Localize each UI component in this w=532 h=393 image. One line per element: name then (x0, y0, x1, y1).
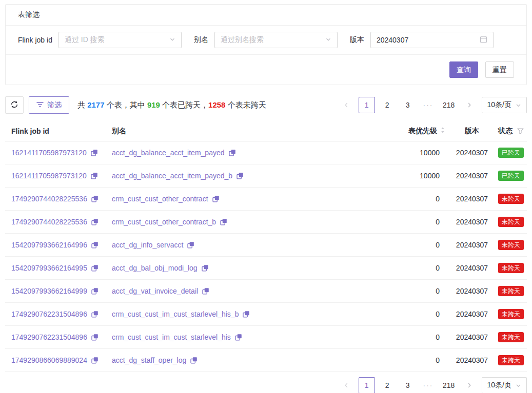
alias-select[interactable]: 通过别名搜索 (214, 32, 338, 48)
version-date-input[interactable]: 20240307 (370, 32, 494, 48)
priority-value: 0 (362, 218, 449, 226)
next-page-button[interactable] (461, 377, 478, 393)
alias-link[interactable]: crm_cust_cust_other_contract (112, 195, 208, 203)
status-badge: 已跨天 (498, 171, 524, 181)
flink-job-id-link[interactable]: 1749290744028225536 (11, 195, 87, 203)
footer: 123···21810条/页 (5, 377, 527, 393)
table-row: 1542097993662164995 acct_dg_bal_obj_modi… (5, 257, 527, 280)
filter-card-actions: 查询 重置 (6, 54, 526, 85)
funnel-icon[interactable] (517, 128, 524, 134)
alias-label: 别名 (194, 35, 208, 45)
priority-value: 0 (362, 356, 449, 364)
version-value: 20240307 (449, 241, 495, 249)
table-row: 1621411705987973120 acct_dg_balance_acct… (5, 141, 527, 164)
flink-job-id-link[interactable]: 1749290762231504896 (11, 310, 87, 318)
page-button-218[interactable]: 218 (441, 97, 457, 113)
alias-link[interactable]: crm_cust_cust_im_cust_starlevel_his_b (112, 310, 239, 318)
flink-job-id-link[interactable]: 1749290762231504896 (11, 333, 87, 341)
flink-job-id-link[interactable]: 1542097993662164999 (11, 287, 87, 295)
page-button-3[interactable]: 3 (400, 377, 416, 393)
copy-icon[interactable] (237, 172, 244, 179)
page-button-2[interactable]: 2 (379, 97, 396, 113)
alias-link[interactable]: crm_cust_cust_other_contract_b (112, 218, 216, 226)
alias-link[interactable]: acct_dg_info_servacct (112, 241, 183, 249)
copy-icon[interactable] (187, 241, 194, 249)
sorter-icon[interactable] (440, 127, 445, 135)
status-badge: 未跨天 (498, 332, 524, 342)
status-badge: 未跨天 (498, 355, 524, 365)
page-button-3[interactable]: 3 (400, 97, 416, 113)
flink-job-id-select[interactable]: 通过 ID 搜索 (58, 32, 182, 48)
priority-value: 10000 (362, 149, 449, 157)
table-summary: 共 2177 个表，其中 919 个表已跨天，1258 个表未跨天 (77, 100, 266, 110)
copy-icon[interactable] (91, 172, 98, 179)
copy-icon[interactable] (91, 195, 98, 202)
copy-icon[interactable] (220, 218, 227, 225)
alias-link[interactable]: acct_dg_bal_obj_modi_log (112, 264, 198, 272)
table-row: 1749290866069889024 acct_dg_staff_oper_l… (5, 349, 527, 372)
filter-toggle-button[interactable]: 筛选 (29, 96, 69, 114)
prev-page-button[interactable] (338, 377, 354, 393)
status-badge: 未跨天 (498, 194, 524, 204)
copy-icon[interactable] (91, 357, 98, 364)
summary-suffix: 个表未跨天 (225, 100, 266, 109)
page-button-1[interactable]: 1 (359, 97, 375, 113)
status-badge: 未跨天 (498, 217, 524, 227)
query-button[interactable]: 查询 (449, 61, 478, 78)
alias-link[interactable]: acct_dg_balance_acct_item_payed_b (112, 172, 232, 180)
table: Flink job id 别名 表优先级 版本 状态 1621411705987… (5, 121, 527, 372)
alias-link[interactable]: acct_dg_staff_oper_log (112, 356, 186, 364)
table-row: 1749290762231504896 crm_cust_cust_im_cus… (5, 326, 527, 349)
copy-icon[interactable] (212, 195, 220, 202)
total-count: 2177 (87, 100, 104, 109)
prev-page-button[interactable] (338, 97, 354, 113)
priority-header-label: 表优先级 (408, 127, 437, 136)
copy-icon[interactable] (235, 334, 242, 341)
flink-job-id-link[interactable]: 1749290866069889024 (11, 356, 87, 364)
alias-link[interactable]: crm_cust_cust_im_cust_starlevel_his (112, 333, 231, 341)
flink-job-id-link[interactable]: 1621411705987973120 (11, 149, 87, 157)
alias-link[interactable]: acct_dg_balance_acct_item_payed (112, 149, 225, 157)
summary-mid1: 个表，其中 (105, 100, 147, 109)
page-button-2[interactable]: 2 (379, 377, 396, 393)
page-size-select[interactable]: 10条/页 (482, 97, 527, 113)
filter-row: Flink job id 通过 ID 搜索 别名 通过别名搜索 版本 20240… (6, 26, 526, 54)
page-size-select[interactable]: 10条/页 (482, 377, 527, 393)
page-button-218[interactable]: 218 (441, 377, 457, 393)
crossed-count: 919 (147, 100, 160, 109)
alias-placeholder: 通过别名搜索 (221, 35, 325, 45)
copy-icon[interactable] (202, 287, 209, 295)
table-row: 1749290762231504896 crm_cust_cust_im_cus… (5, 303, 527, 326)
copy-icon[interactable] (190, 357, 198, 364)
status-badge: 已跨天 (498, 148, 524, 158)
table-row: 1621411705987973120 acct_dg_balance_acct… (5, 164, 527, 188)
filter-toggle-label: 筛选 (47, 100, 62, 110)
copy-icon[interactable] (229, 149, 236, 156)
flink-job-id-link[interactable]: 1542097993662164995 (11, 264, 87, 272)
copy-icon[interactable] (91, 264, 98, 272)
copy-icon[interactable] (91, 218, 98, 225)
copy-icon[interactable] (91, 241, 98, 249)
version-date-value: 20240307 (377, 36, 480, 44)
copy-icon[interactable] (202, 264, 209, 272)
refresh-icon (10, 100, 18, 110)
alias-link[interactable]: acct_dg_vat_invoice_detail (112, 287, 198, 295)
copy-icon[interactable] (243, 311, 250, 318)
copy-icon[interactable] (91, 149, 98, 156)
page-size-value: 10条/页 (487, 100, 511, 110)
copy-icon[interactable] (91, 287, 98, 295)
column-header-priority[interactable]: 表优先级 (362, 127, 449, 136)
version-value: 20240307 (449, 310, 495, 318)
copy-icon[interactable] (91, 311, 98, 318)
table-row: 1542097993662164999 acct_dg_vat_invoice_… (5, 280, 527, 303)
version-value: 20240307 (449, 149, 495, 157)
reset-button[interactable]: 重置 (485, 61, 514, 78)
next-page-button[interactable] (461, 97, 478, 113)
refresh-button[interactable] (5, 96, 24, 114)
flink-job-id-link[interactable]: 1749290744028225536 (11, 218, 87, 226)
flink-job-id-link[interactable]: 1621411705987973120 (11, 172, 87, 180)
flink-job-id-link[interactable]: 1542097993662164996 (11, 241, 87, 249)
priority-value: 0 (362, 241, 449, 249)
copy-icon[interactable] (91, 334, 98, 341)
page-button-1[interactable]: 1 (359, 377, 375, 393)
